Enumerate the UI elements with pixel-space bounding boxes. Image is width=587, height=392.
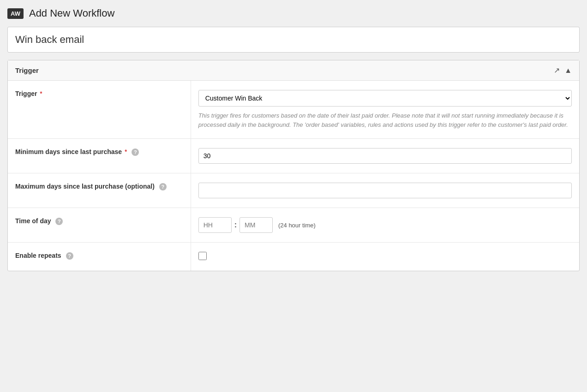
card-header-actions: ↗ ▲ (554, 66, 572, 75)
time-fields: : (24 hour time) (198, 217, 572, 233)
time-mm-input[interactable] (240, 217, 273, 233)
time-of-day-row: Time of day ? : (24 hour time) (8, 208, 579, 243)
external-link-icon[interactable]: ↗ (554, 66, 560, 75)
time-of-day-label: Time of day (15, 217, 51, 225)
workflow-name-input[interactable] (15, 34, 572, 46)
page-title: Add New Workflow (29, 7, 114, 19)
max-days-help-icon[interactable]: ? (159, 183, 167, 190)
trigger-required-star: * (40, 90, 42, 97)
time-of-day-field-cell: : (24 hour time) (191, 208, 579, 243)
min-days-label: Minimum days since last purchase (15, 148, 122, 155)
enable-repeats-label: Enable repeats (15, 252, 61, 259)
trigger-select[interactable]: Customer Win Back (198, 90, 572, 107)
min-days-field-cell (191, 139, 579, 173)
enable-repeats-label-cell: Enable repeats ? (8, 243, 191, 271)
max-days-row: Maximum days since last purchase (option… (8, 173, 579, 208)
aw-badge: AW (7, 8, 24, 19)
time-hint: (24 hour time) (278, 222, 316, 229)
time-of-day-label-cell: Time of day ? (8, 208, 191, 243)
min-days-label-cell: Minimum days since last purchase * ? (8, 139, 191, 173)
collapse-icon[interactable]: ▲ (564, 66, 572, 75)
time-of-day-help-icon[interactable]: ? (55, 218, 63, 225)
trigger-card: Trigger ↗ ▲ Trigger * Customer Win Back … (7, 60, 580, 271)
enable-repeats-help-icon[interactable]: ? (66, 252, 73, 260)
trigger-label-cell: Trigger * (8, 81, 191, 139)
max-days-input[interactable] (198, 183, 572, 198)
max-days-label-cell: Maximum days since last purchase (option… (8, 173, 191, 208)
min-days-row: Minimum days since last purchase * ? (8, 139, 579, 173)
enable-repeats-checkbox[interactable] (198, 252, 207, 260)
trigger-description: This trigger fires for customers based o… (198, 111, 572, 129)
min-days-help-icon[interactable]: ? (132, 148, 139, 156)
trigger-form-table: Trigger * Customer Win Back This trigger… (8, 81, 579, 271)
page-header: AW Add New Workflow (7, 7, 580, 19)
workflow-name-box (7, 27, 580, 53)
enable-repeats-row: Enable repeats ? (8, 243, 579, 271)
max-days-label: Maximum days since last purchase (option… (15, 183, 155, 190)
trigger-label: Trigger (15, 90, 37, 97)
max-days-field-cell (191, 173, 579, 208)
time-hh-input[interactable] (198, 217, 232, 233)
trigger-row: Trigger * Customer Win Back This trigger… (8, 81, 579, 139)
enable-repeats-field-cell (191, 243, 579, 271)
trigger-field-cell: Customer Win Back This trigger fires for… (191, 81, 579, 139)
trigger-card-header: Trigger ↗ ▲ (8, 60, 579, 81)
min-days-input[interactable] (198, 148, 572, 164)
time-separator: : (234, 221, 237, 229)
min-days-required-star: * (125, 148, 127, 155)
trigger-section-title: Trigger (15, 66, 39, 74)
